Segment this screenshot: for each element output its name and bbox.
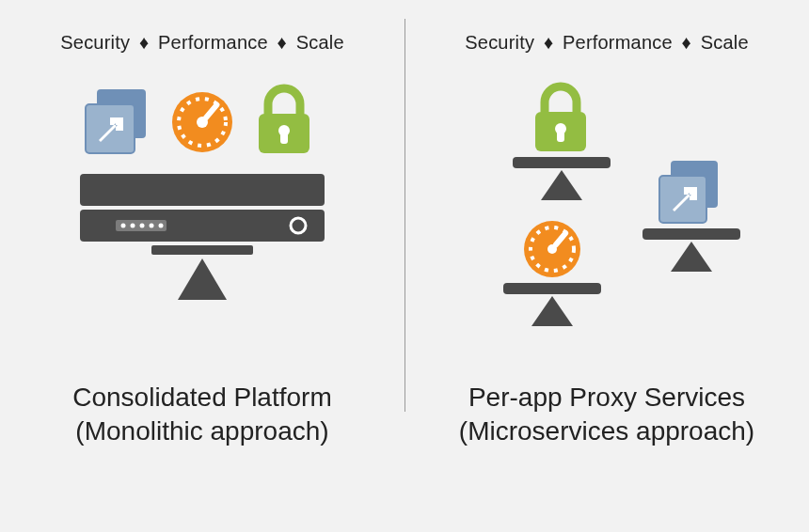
svg-marker-24 <box>541 170 582 200</box>
topline-seg: Performance <box>563 32 673 53</box>
svg-rect-18 <box>151 245 253 255</box>
topline-seg: Security <box>60 32 130 53</box>
pedestal-icon <box>642 228 740 272</box>
pedestal-app <box>642 161 740 272</box>
svg-marker-34 <box>671 242 712 272</box>
left-figure <box>0 80 404 343</box>
caption-line: (Monolithic approach) <box>72 415 331 448</box>
diamond-separator: ♦ <box>682 32 691 53</box>
top-line-left: Security ♦ Performance ♦ Scale <box>60 32 343 54</box>
comparison-diagram: Security ♦ Performance ♦ Scale <box>0 0 809 532</box>
svg-rect-33 <box>642 228 740 240</box>
balance-pivot-icon <box>151 245 253 300</box>
svg-rect-8 <box>280 133 288 144</box>
right-panel: Security ♦ Performance ♦ Scale <box>404 0 809 532</box>
svg-rect-9 <box>80 174 325 206</box>
diamond-separator: ♦ <box>278 32 287 53</box>
svg-rect-23 <box>513 157 611 168</box>
lock-icon <box>259 88 309 153</box>
svg-point-12 <box>121 224 126 228</box>
app-shortcut-icon <box>86 89 146 153</box>
gauge-icon <box>524 221 580 277</box>
topline-seg: Scale <box>701 32 749 53</box>
server-rack-icon <box>80 174 325 242</box>
app-shortcut-icon <box>659 161 718 223</box>
right-figure <box>404 80 809 343</box>
topline-seg: Security <box>465 32 534 53</box>
left-caption: Consolidated Platform (Monolithic approa… <box>72 381 331 448</box>
svg-point-15 <box>150 224 154 228</box>
per-app-proxies-illustration <box>456 80 757 343</box>
diamond-separator: ♦ <box>139 32 149 53</box>
svg-rect-29 <box>503 283 601 294</box>
caption-line: Per-app Proxy Services <box>459 381 754 415</box>
svg-point-13 <box>131 224 135 228</box>
left-panel: Security ♦ Performance ♦ Scale <box>0 0 404 532</box>
pedestal-icon <box>513 157 611 200</box>
pedestal-gauge <box>503 221 601 326</box>
svg-point-16 <box>159 224 164 228</box>
consolidated-platform-illustration <box>61 80 343 343</box>
gauge-icon <box>172 92 232 152</box>
svg-point-14 <box>140 224 145 228</box>
svg-rect-22 <box>557 131 564 142</box>
lock-icon <box>535 86 586 151</box>
top-line-right: Security ♦ Performance ♦ Scale <box>465 32 748 54</box>
caption-line: (Microservices approach) <box>459 415 754 448</box>
diamond-separator: ♦ <box>544 32 553 53</box>
caption-line: Consolidated Platform <box>72 381 331 415</box>
right-caption: Per-app Proxy Services (Microservices ap… <box>459 381 754 448</box>
topline-seg: Performance <box>158 32 268 53</box>
topline-seg: Scale <box>296 32 344 53</box>
pedestal-lock <box>513 86 611 200</box>
svg-marker-19 <box>178 258 227 300</box>
pedestal-icon <box>503 283 601 326</box>
svg-marker-30 <box>531 296 573 326</box>
